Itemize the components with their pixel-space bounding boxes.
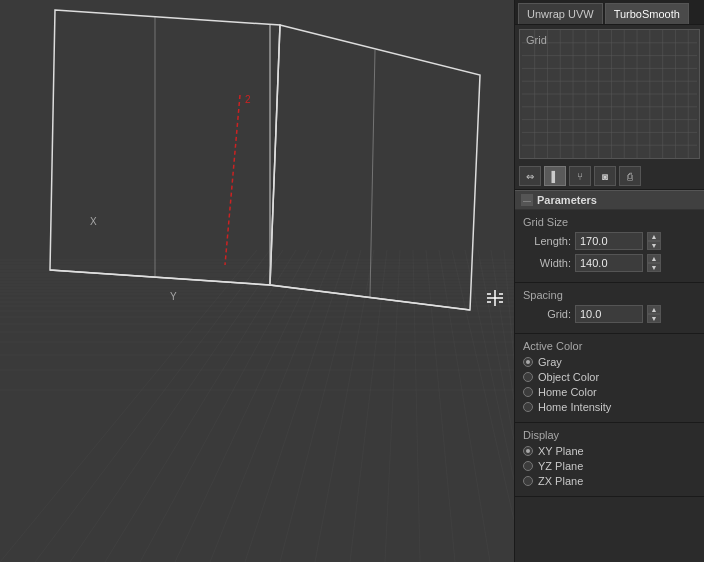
radio-yz-plane-label: YZ Plane xyxy=(538,460,583,472)
display-label: Display xyxy=(523,429,696,441)
svg-rect-0 xyxy=(0,0,514,562)
spacing-section: Spacing Grid: ▲ ▼ xyxy=(515,283,704,334)
viewport: 2 X Y xyxy=(0,0,514,562)
radio-object-color-circle[interactable] xyxy=(523,372,533,382)
parameters-header[interactable]: — Parameters xyxy=(515,190,704,210)
radio-home-color-circle[interactable] xyxy=(523,387,533,397)
width-row: Width: ▲ ▼ xyxy=(523,254,696,272)
params-panel: — Parameters Grid Size Length: ▲ ▼ Width… xyxy=(515,190,704,562)
svg-text:Y: Y xyxy=(170,291,177,302)
length-spinner: ▲ ▼ xyxy=(647,232,661,250)
grid-up[interactable]: ▲ xyxy=(647,305,661,314)
move-icon[interactable]: ⇔ xyxy=(519,166,541,186)
radio-zx-plane-circle[interactable] xyxy=(523,476,533,486)
tab-bar: Unwrap UVW TurboSmooth xyxy=(515,0,704,25)
active-color-label: Active Color xyxy=(523,340,696,352)
grid-row: Grid: ▲ ▼ xyxy=(523,305,696,323)
grid-label: Grid: xyxy=(523,308,571,320)
radio-gray-circle[interactable] xyxy=(523,357,533,367)
svg-text:X: X xyxy=(90,216,97,227)
active-color-section: Active Color Gray Object Color Home Colo… xyxy=(515,334,704,423)
radio-zx-plane: ZX Plane xyxy=(523,475,696,487)
camera-icon[interactable]: ◙ xyxy=(594,166,616,186)
radio-object-color: Object Color xyxy=(523,371,696,383)
grid-down[interactable]: ▼ xyxy=(647,314,661,323)
radio-home-color-label: Home Color xyxy=(538,386,597,398)
parameters-title: Parameters xyxy=(537,194,597,206)
grid-input[interactable] xyxy=(575,305,643,323)
spacing-label: Spacing xyxy=(523,289,696,301)
grid-size-label: Grid Size xyxy=(523,216,696,228)
export-icon[interactable]: ⎙ xyxy=(619,166,641,186)
radio-gray: Gray xyxy=(523,356,696,368)
radio-object-color-label: Object Color xyxy=(538,371,599,383)
radio-xy-plane-label: XY Plane xyxy=(538,445,584,457)
radio-xy-plane: XY Plane xyxy=(523,445,696,457)
collapse-btn[interactable]: — xyxy=(521,194,533,206)
radio-yz-plane-circle[interactable] xyxy=(523,461,533,471)
right-panel: Unwrap UVW TurboSmooth Grid xyxy=(514,0,704,562)
grid-size-section: Grid Size Length: ▲ ▼ Width: ▲ ▼ xyxy=(515,210,704,283)
grid-spinner: ▲ ▼ xyxy=(647,305,661,323)
svg-text:2: 2 xyxy=(245,94,251,105)
display-section: Display XY Plane YZ Plane ZX Plane xyxy=(515,423,704,497)
length-input[interactable] xyxy=(575,232,643,250)
select-icon[interactable]: ▌ xyxy=(544,166,566,186)
width-up[interactable]: ▲ xyxy=(647,254,661,263)
length-down[interactable]: ▼ xyxy=(647,241,661,250)
radio-home-intensity-circle[interactable] xyxy=(523,402,533,412)
tab-unwrap-uvw[interactable]: Unwrap UVW xyxy=(518,3,603,24)
length-up[interactable]: ▲ xyxy=(647,232,661,241)
grid-preview-label: Grid xyxy=(526,34,547,46)
width-input[interactable] xyxy=(575,254,643,272)
fork-icon[interactable]: ⑂ xyxy=(569,166,591,186)
length-row: Length: ▲ ▼ xyxy=(523,232,696,250)
width-spinner: ▲ ▼ xyxy=(647,254,661,272)
radio-zx-plane-label: ZX Plane xyxy=(538,475,583,487)
preview-box: Grid xyxy=(519,29,700,159)
width-down[interactable]: ▼ xyxy=(647,263,661,272)
radio-gray-label: Gray xyxy=(538,356,562,368)
width-label: Width: xyxy=(523,257,571,269)
length-label: Length: xyxy=(523,235,571,247)
icon-toolbar: ⇔ ▌ ⑂ ◙ ⎙ xyxy=(515,163,704,190)
tab-turbosmooth[interactable]: TurboSmooth xyxy=(605,3,689,24)
radio-home-color: Home Color xyxy=(523,386,696,398)
radio-yz-plane: YZ Plane xyxy=(523,460,696,472)
radio-home-intensity-label: Home Intensity xyxy=(538,401,611,413)
radio-home-intensity: Home Intensity xyxy=(523,401,696,413)
radio-xy-plane-circle[interactable] xyxy=(523,446,533,456)
